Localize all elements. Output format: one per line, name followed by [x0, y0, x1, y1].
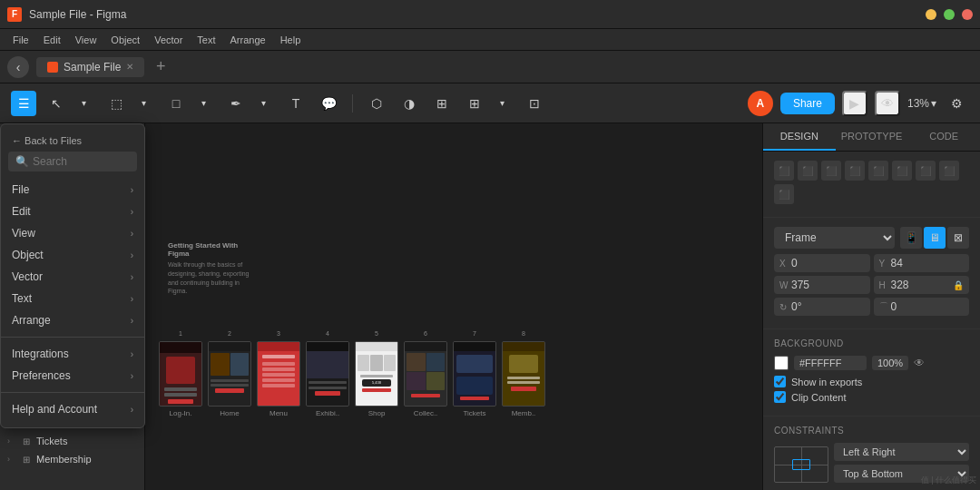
move-tool-button[interactable]: ↖ — [44, 91, 69, 116]
back-to-files[interactable]: ← Back to Files — [1, 132, 144, 152]
bg-opacity-input[interactable] — [872, 356, 908, 370]
back-button[interactable]: ‹ — [7, 56, 29, 78]
eye-button[interactable]: 👁 — [875, 91, 900, 116]
menu-file-arrow: › — [131, 185, 133, 195]
frame-toggle-desktop[interactable]: 🖥 — [924, 227, 946, 249]
frame-thumb-menu[interactable]: 3 Menu — [257, 330, 300, 417]
frame-thumb-tickets[interactable]: 7 Tickets — [453, 330, 496, 417]
zoom-control[interactable]: 13% ▾ — [907, 97, 936, 110]
frame-toggle-expand[interactable]: ⊠ — [947, 227, 969, 249]
clip-content-checkbox[interactable] — [774, 391, 786, 403]
frame-thumb-exhibition[interactable]: 4 Exhibi.. — [306, 330, 349, 417]
show-in-exports-row: Show in exports — [774, 376, 969, 387]
component-tool-button[interactable]: ⬡ — [364, 91, 389, 116]
show-in-exports-checkbox[interactable] — [774, 376, 786, 387]
menu-dropdown-edit[interactable]: Edit › — [1, 201, 144, 222]
menu-arrange[interactable]: Arrange — [225, 33, 271, 47]
layer-membership-toggle[interactable]: › — [7, 455, 16, 464]
search-input[interactable] — [33, 155, 169, 168]
layout-dropdown[interactable]: ▾ — [489, 91, 514, 116]
close-button[interactable] — [962, 9, 973, 20]
align-left-button[interactable]: ⬛ — [774, 161, 794, 181]
toolbar-right: A Share ▶ 👁 13% ▾ ⚙ — [748, 91, 969, 116]
play-button[interactable]: ▶ — [842, 91, 867, 116]
tab-design[interactable]: DESIGN — [763, 123, 836, 151]
align-top-button[interactable]: ⬛ — [845, 161, 865, 181]
h-field[interactable]: H 328 🔒 — [874, 276, 970, 294]
rotation-field[interactable]: ↻ 0° — [774, 298, 870, 316]
shape-dropdown[interactable]: ▾ — [191, 91, 216, 116]
align-bottom-button[interactable]: ⬛ — [892, 161, 912, 181]
bg-hex-input[interactable] — [794, 356, 867, 370]
distribute-v-button[interactable]: ⬛ — [939, 161, 959, 181]
menu-file[interactable]: File — [7, 33, 34, 47]
text-tool-button[interactable]: T — [283, 91, 309, 116]
menu-dropdown-view[interactable]: View › — [1, 222, 144, 244]
menu-edit[interactable]: Edit — [38, 33, 66, 47]
frame-dropdown[interactable]: ▾ — [131, 91, 156, 116]
frame-toggle-phone[interactable]: 📱 — [900, 227, 922, 249]
frame-label-login: Log-In. — [170, 409, 192, 417]
distribute-h-button[interactable]: ⬛ — [916, 161, 936, 181]
shape-tool-button[interactable]: □ — [163, 91, 189, 116]
menu-dropdown-vector[interactable]: Vector › — [1, 266, 144, 288]
menu-view[interactable]: View — [70, 33, 103, 47]
menu-text[interactable]: Text — [191, 33, 220, 47]
menu-dropdown-help[interactable]: Help and Account › — [1, 398, 144, 420]
menu-dropdown-integrations[interactable]: Integrations › — [1, 343, 144, 365]
align-center-v-button[interactable]: ⬛ — [868, 161, 888, 181]
active-tab[interactable]: Sample File ✕ — [36, 57, 144, 77]
align-right-button[interactable]: ⬛ — [821, 161, 841, 181]
minimize-button[interactable] — [926, 9, 936, 20]
y-field[interactable]: Y 84 — [874, 254, 970, 272]
frame-type-select[interactable]: Frame — [774, 227, 895, 249]
frame-thumb-shop[interactable]: 5 5,438 Shop — [355, 330, 398, 417]
add-tab-button[interactable]: + — [150, 56, 172, 78]
window-controls[interactable] — [926, 9, 973, 20]
frame-thumb-login[interactable]: 1 Log-In. — [159, 330, 202, 417]
pen-tool-button[interactable]: ✒ — [223, 91, 249, 116]
menu-dropdown-object[interactable]: Object › — [1, 244, 144, 266]
boolean-tool-button[interactable]: ⊞ — [429, 91, 455, 116]
mask-tool-button[interactable]: ◑ — [397, 91, 422, 116]
maximize-button[interactable] — [944, 9, 955, 20]
tidy-button[interactable]: ⬛ — [774, 184, 794, 204]
move-dropdown[interactable]: ▾ — [71, 91, 96, 116]
constraint-horizontal-select[interactable]: Left & Right — [834, 443, 969, 461]
share-button[interactable]: Share — [780, 93, 835, 114]
tab-code[interactable]: CODE — [907, 123, 980, 151]
menu-help[interactable]: Help — [275, 33, 307, 47]
frame-thumb-collections[interactable]: 6 Collec.. — [404, 330, 447, 417]
corner-field[interactable]: ⌒ 0 — [874, 298, 970, 316]
x-field[interactable]: X 0 — [774, 254, 870, 272]
menu-dropdown-arrange[interactable]: Arrange › — [1, 309, 144, 331]
layout-tool-button[interactable]: ⊞ — [462, 91, 487, 116]
background-section: BACKGROUND 👁 Show in exports Clip Conten… — [763, 329, 980, 416]
comment-tool-button[interactable]: 💬 — [316, 91, 341, 116]
bg-color-swatch[interactable] — [774, 356, 789, 370]
frame-thumb-membership[interactable]: 8 Memb.. — [502, 330, 545, 417]
frame-type-row: Frame 📱 🖥 ⊠ — [774, 227, 969, 249]
frame-tool-button[interactable]: ⬚ — [103, 91, 129, 116]
tab-prototype[interactable]: PROTOTYPE — [836, 123, 908, 151]
settings-tool-button[interactable]: ⚙ — [944, 91, 969, 116]
layer-tickets[interactable]: › ⊞ Tickets — [0, 432, 144, 450]
menu-object[interactable]: Object — [105, 33, 145, 47]
w-field[interactable]: W 375 — [774, 276, 870, 294]
crop-tool-button[interactable]: ⊡ — [522, 91, 547, 116]
menu-dropdown-file[interactable]: File › — [1, 179, 144, 201]
tab-close-icon[interactable]: ✕ — [126, 62, 133, 72]
menu-dropdown-text[interactable]: Text › — [1, 288, 144, 309]
menu-dropdown-preferences[interactable]: Preferences › — [1, 365, 144, 387]
menu-vector[interactable]: Vector — [149, 33, 188, 47]
lock-icon[interactable]: 🔒 — [953, 280, 964, 290]
menu-tool-button[interactable]: ☰ — [11, 91, 36, 116]
avatar[interactable]: A — [748, 91, 773, 116]
layer-membership[interactable]: › ⊞ Membership — [0, 450, 144, 468]
pen-dropdown[interactable]: ▾ — [250, 91, 276, 116]
frame-thumb-home[interactable]: 2 Home — [208, 330, 251, 417]
layer-tickets-toggle[interactable]: › — [7, 436, 16, 446]
align-center-h-button[interactable]: ⬛ — [798, 161, 818, 181]
bg-visibility-button[interactable]: 👁 — [914, 357, 925, 369]
layer-label-tickets: Tickets — [36, 436, 67, 446]
